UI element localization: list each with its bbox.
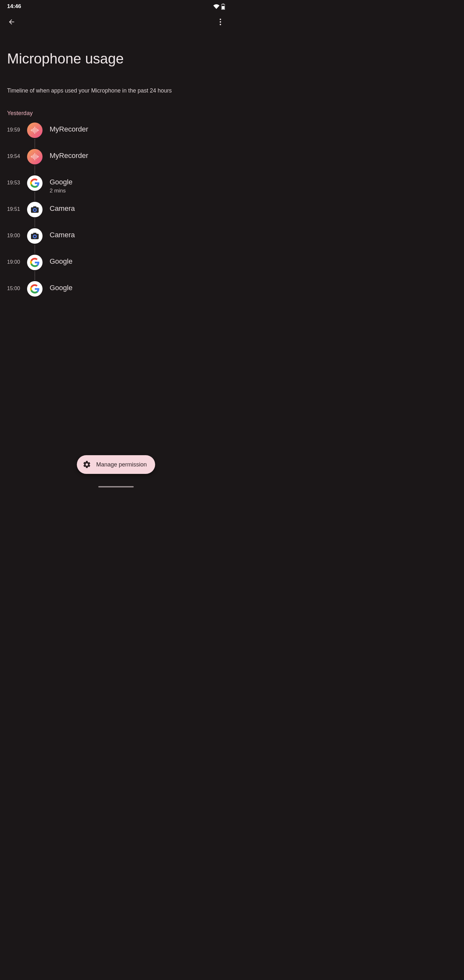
app-bar xyxy=(0,13,232,31)
svg-point-3 xyxy=(220,19,221,20)
entry-time: 19:53 xyxy=(7,175,26,186)
timeline-entry[interactable]: 19:51Camera xyxy=(7,202,225,228)
entry-text: MyRecorder xyxy=(43,149,88,160)
battery-icon xyxy=(221,3,225,10)
wifi-icon xyxy=(213,4,219,9)
svg-rect-1 xyxy=(222,3,224,4)
google-icon xyxy=(27,255,43,270)
entry-icon-col xyxy=(26,175,43,202)
status-bar: 14:46 xyxy=(0,0,232,13)
entry-icon-col xyxy=(26,123,43,149)
page-title: Microphone usage xyxy=(7,50,225,67)
google-icon xyxy=(27,175,43,191)
more-icon[interactable] xyxy=(216,18,225,26)
timeline-connector xyxy=(35,166,35,174)
timeline-connector xyxy=(35,139,35,148)
timeline-entry[interactable]: 19:00Google xyxy=(7,255,225,281)
entry-text: Camera xyxy=(43,228,75,239)
entry-app-name: Google xyxy=(49,257,73,266)
recorder-icon xyxy=(27,123,43,138)
timeline-entry[interactable]: 15:00Google xyxy=(7,281,225,305)
google-icon xyxy=(27,281,43,297)
timeline-connector xyxy=(35,245,35,253)
entry-icon-col xyxy=(26,228,43,255)
recorder-icon xyxy=(27,149,43,164)
entry-time: 15:00 xyxy=(7,281,26,291)
fab-label: Manage permission xyxy=(96,461,146,468)
entry-app-name: Camera xyxy=(49,204,75,213)
timeline-connector xyxy=(35,219,35,227)
entry-text: MyRecorder xyxy=(43,123,88,134)
svg-point-5 xyxy=(220,24,221,25)
section-label: Yesterday xyxy=(0,110,232,117)
entry-app-name: MyRecorder xyxy=(49,125,88,134)
manage-permission-button[interactable]: Manage permission xyxy=(77,455,155,474)
svg-rect-25 xyxy=(33,233,37,234)
timeline-entry[interactable]: 19:00Camera xyxy=(7,228,225,255)
svg-point-23 xyxy=(34,209,36,211)
entry-time: 19:00 xyxy=(7,255,26,265)
timeline: 19:59MyRecorder19:54MyRecorder19:53Googl… xyxy=(0,123,232,305)
status-right xyxy=(213,3,225,10)
entry-time: 19:51 xyxy=(7,202,26,212)
timeline-entry[interactable]: 19:53Google2 mins xyxy=(7,175,225,202)
status-time: 14:46 xyxy=(7,3,21,10)
entry-icon-col xyxy=(26,149,43,175)
entry-duration: 2 mins xyxy=(49,188,73,194)
entry-app-name: MyRecorder xyxy=(49,151,88,160)
entry-text: Camera xyxy=(43,202,75,213)
entry-app-name: Google xyxy=(49,284,73,292)
timeline-connector xyxy=(35,192,35,200)
svg-rect-2 xyxy=(222,6,224,9)
header: Microphone usage Timeline of when apps u… xyxy=(0,31,232,94)
svg-point-4 xyxy=(220,21,221,23)
entry-text: Google2 mins xyxy=(43,175,73,194)
timeline-entry[interactable]: 19:59MyRecorder xyxy=(7,123,225,149)
nav-handle[interactable] xyxy=(98,486,134,487)
entry-text: Google xyxy=(43,281,73,292)
entry-app-name: Camera xyxy=(49,231,75,239)
entry-time: 19:59 xyxy=(7,123,26,133)
camera-icon xyxy=(27,228,43,244)
entry-icon-col xyxy=(26,255,43,281)
gear-icon xyxy=(83,460,91,469)
entry-icon-col xyxy=(26,202,43,228)
entry-icon-col xyxy=(26,281,43,297)
entry-text: Google xyxy=(43,255,73,266)
entry-time: 19:54 xyxy=(7,149,26,159)
back-icon[interactable] xyxy=(7,18,16,26)
timeline-connector xyxy=(35,271,35,280)
timeline-entry[interactable]: 19:54MyRecorder xyxy=(7,149,225,175)
entry-time: 19:00 xyxy=(7,228,26,239)
entry-app-name: Google xyxy=(49,178,73,186)
svg-rect-21 xyxy=(33,206,37,208)
page-subtitle: Timeline of when apps used your Micropho… xyxy=(7,87,214,95)
camera-icon xyxy=(27,202,43,217)
svg-point-27 xyxy=(34,235,36,238)
